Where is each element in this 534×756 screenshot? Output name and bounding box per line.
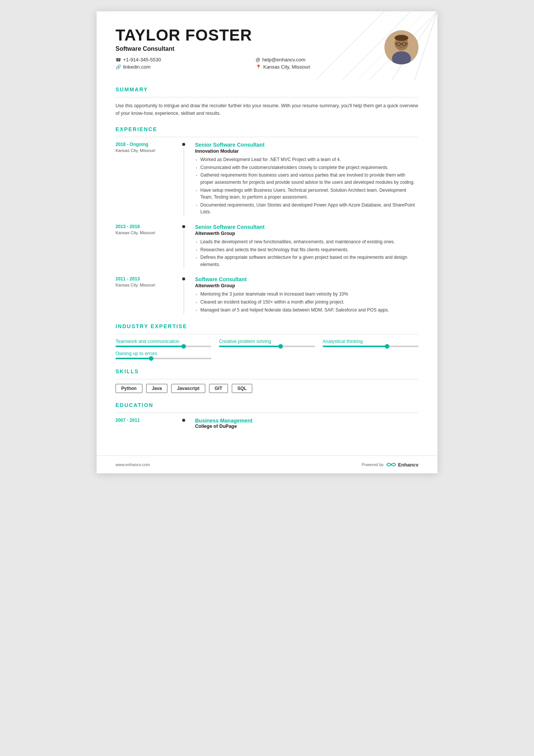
expertise-item-3: Owning up to errors [116,351,211,359]
expertise-label-1: Creative problem solving [219,339,315,344]
location-icon: 📍 [256,64,261,70]
skills-section: SKILLS Python Java Javascript GIT SQL [116,368,418,393]
footer-powered: Powered by Enhancv [362,461,418,468]
enhancv-icon [386,461,397,468]
exp-company-2: Altenwerth Group [195,231,418,236]
phone-icon: ☎ [116,57,121,63]
exp-line-1 [184,147,184,216]
exp-bullets-1: Worked as Development Lead for .NET MVC … [195,156,418,216]
exp-line-2 [184,230,184,269]
exp-dot-3 [182,277,185,280]
expertise-label-2: Analystical thinking [323,339,418,344]
exp-location-2: Kansas City, Missouri [116,230,172,235]
exp-date-3: 2011 - 2013 [116,276,172,282]
education-entry-0: 2007 - 2011 Business Management College … [116,418,418,429]
bar-container-3 [116,358,211,359]
expertise-item-0: Teamwork and communication [116,339,211,347]
exp-dot-1 [182,143,185,146]
svg-line-12 [395,44,397,44]
svg-point-14 [395,35,408,41]
exp-right-3: Software Consultant Altenwerth Group Men… [187,276,418,314]
edu-school-0: College of DuPage [195,424,418,429]
contact-grid: ☎ +1-914-345-5530 @ help@enhancv.com 🔗 l… [116,57,384,70]
experience-section: EXPERIENCE 2018 - Ongoing Kansas City, M… [116,126,418,314]
expertise-row2: Owning up to errors [116,351,418,359]
exp-location-3: Kansas City, Missouri [116,283,172,287]
linkedin-contact: 🔗 linkedin.com [116,64,244,70]
exp-job-title-2: Senior Software Consultant [195,224,418,230]
education-title: EDUCATION [116,402,418,408]
exp-date-1: 2018 - Ongoing [116,142,172,147]
expertise-item-2: Analystical thinking [323,339,418,347]
exp-job-title-3: Software Consultant [195,276,418,282]
location-text: Kansas City, Missouri [263,64,310,70]
skill-sql: SQL [232,384,253,393]
exp-center-2 [180,224,187,269]
exp-company-3: Altenwerth Group [195,283,418,288]
experience-entry-1: 2018 - Ongoing Kansas City, Missouri Sen… [116,142,418,216]
summary-divider [116,97,418,97]
exp-right-2: Senior Software Consultant Altenwerth Gr… [187,224,418,269]
svg-line-13 [406,44,408,44]
candidate-name: TAYLOR FOSTER [116,27,384,44]
skills-title: SKILLS [116,368,418,374]
experience-entry-2: 2013 - 2018 Kansas City, Missouri Senior… [116,224,418,269]
skill-javascript: Javascript [171,384,205,393]
enhancv-brand: Enhancv [398,462,418,468]
candidate-title: Software Consultant [116,45,384,52]
linkedin-icon: 🔗 [116,64,121,70]
exp-location-1: Kansas City, Missouri [116,148,172,153]
exp-left-2: 2013 - 2018 Kansas City, Missouri [116,224,180,269]
powered-by-text: Powered by [362,462,384,467]
expertise-label-3: Owning up to errors [116,351,211,356]
industry-expertise-divider [116,334,418,334]
email-icon: @ [256,57,260,63]
resume-page: TAYLOR FOSTER Software Consultant ☎ +1-9… [97,11,437,473]
location-contact: 📍 Kansas City, Missouri [256,64,384,70]
skill-python: Python [116,384,142,393]
industry-expertise-title: INDUSTRY EXPERTISE [116,323,418,329]
phone-number: +1-914-345-5530 [123,57,161,63]
exp-right-1: Senior Software Consultant Innovation Mo… [187,142,418,216]
skill-git: GIT [209,384,228,393]
bar-container-0 [116,346,211,347]
bullet-1-3: Have setup meetings with Business Users,… [195,187,418,201]
bullet-3-1: Cleared an incident backlog of 150+ with… [195,299,418,306]
education-section: EDUCATION 2007 - 2011 Business Managemen… [116,402,418,429]
exp-center-1 [180,142,187,216]
expertise-grid: Teamwork and communication Creative prob… [116,339,418,347]
bullet-2-1: Researches and selects the best technolo… [195,246,418,254]
exp-center-3 [180,276,187,314]
exp-line-3 [184,282,184,314]
bar-fill-1 [219,346,281,347]
exp-company-1: Innovation Modular [195,149,418,154]
industry-expertise-section: INDUSTRY EXPERTISE Teamwork and communic… [116,323,418,359]
bullet-1-1: Communicated with the customers/stakehol… [195,164,418,171]
header-left: TAYLOR FOSTER Software Consultant ☎ +1-9… [116,27,384,70]
summary-section: SUMMARY Use this opportunity to intrigue… [116,86,418,117]
email-contact: @ help@enhancv.com [256,57,384,63]
enhancv-logo: Enhancv [386,461,418,468]
bar-container-1 [219,346,315,347]
exp-left-1: 2018 - Ongoing Kansas City, Missouri [116,142,180,216]
header-section: TAYLOR FOSTER Software Consultant ☎ +1-9… [97,11,437,77]
experience-title: EXPERIENCE [116,126,418,132]
bullet-3-2: Managed team of 5 and helped federate da… [195,307,418,314]
exp-bullets-3: Mentoring the 3 junior teammate result i… [195,291,418,313]
bullet-1-4: Documented requirements, User Stories an… [195,202,418,216]
content-section: SUMMARY Use this opportunity to intrigue… [97,86,437,440]
summary-text: Use this opportunity to intrigue and dra… [116,102,418,117]
bar-fill-0 [116,346,184,347]
exp-date-2: 2013 - 2018 [116,224,172,229]
education-divider [116,413,418,413]
phone-contact: ☎ +1-914-345-5530 [116,57,244,63]
exp-dot-2 [182,225,185,228]
expertise-item-1: Creative problem solving [219,339,315,347]
footer-url: www.enhancv.com [116,462,150,467]
bullet-1-2: Gathered requirements from business user… [195,172,418,186]
bar-fill-2 [323,346,388,347]
summary-title: SUMMARY [116,86,418,92]
avatar [384,30,418,64]
bullet-1-0: Worked as Development Lead for .NET MVC … [195,156,418,163]
skills-list: Python Java Javascript GIT SQL [116,384,418,393]
